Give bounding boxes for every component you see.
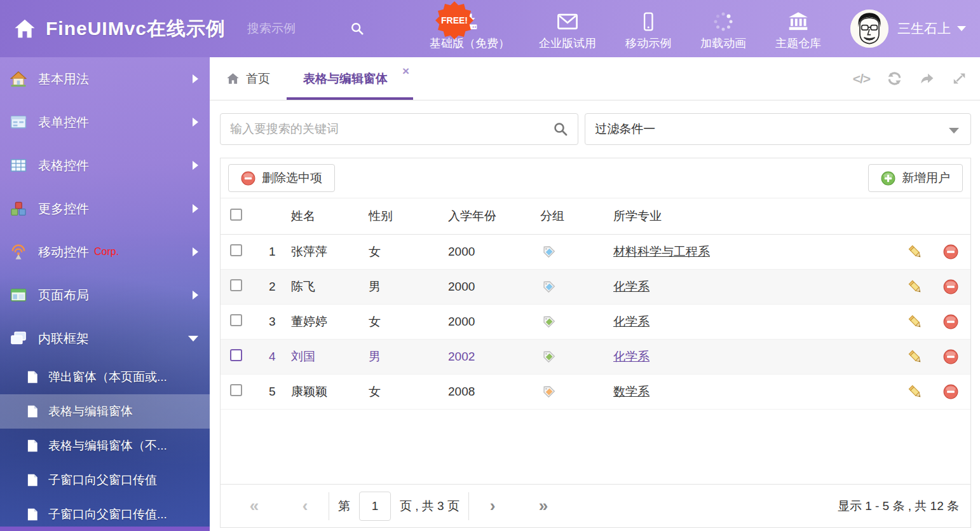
close-icon[interactable]: × (402, 65, 409, 77)
sidebar-item-mobile-controls[interactable]: 移动控件 Corp. (0, 230, 210, 273)
search-icon[interactable] (350, 22, 364, 36)
table-header-row: 姓名 性别 入学年份 分组 所学专业 (221, 198, 970, 235)
add-user-label: 新增用户 (902, 170, 950, 186)
last-page-button[interactable]: » (529, 496, 558, 516)
tab-tools: </> (836, 57, 980, 100)
delete-button[interactable] (931, 314, 970, 329)
table-row[interactable]: 4 刘国 男 2002 化学系 (221, 340, 970, 375)
sidebar-subitem-grid-edit-window[interactable]: 表格与编辑窗体 (0, 394, 210, 429)
table-row[interactable]: 3 董婷婷 女 2000 化学系 (221, 305, 970, 340)
tab-home[interactable]: 首页 (210, 57, 287, 100)
record-summary: 显示 1 - 5 条 , 共 12 条 (838, 498, 959, 514)
sidebar-subitem-popup-window[interactable]: 弹出窗体（本页面或... (0, 360, 210, 394)
sidebar-item-more-controls[interactable]: 更多控件 (0, 187, 210, 230)
expand-button[interactable] (951, 71, 967, 86)
sidebar-item-label: 表格控件 (38, 157, 89, 174)
keyword-search-input[interactable] (220, 113, 578, 145)
user-menu[interactable]: 三生石上 (850, 10, 966, 48)
row-index: 4 (260, 350, 285, 364)
view-source-button[interactable]: </> (853, 71, 870, 86)
edit-button[interactable] (899, 279, 931, 294)
next-page-button[interactable]: › (478, 496, 507, 516)
tab-grid-edit-window[interactable]: 表格与编辑窗体 × (287, 57, 413, 100)
cell-gender: 男 (363, 348, 442, 365)
major-link[interactable]: 材料科学与工程系 (613, 245, 710, 258)
header-name: 姓名 (285, 208, 363, 224)
sidebar-item-grid-controls[interactable]: 表格控件 (0, 144, 210, 187)
table-row[interactable]: 1 张萍萍 女 2000 材料科学与工程系 (221, 235, 970, 270)
filter-dropdown-value: 过滤条件一 (595, 121, 655, 137)
grid-panel: 删除选中项 新增用户 (220, 158, 971, 528)
row-checkbox[interactable] (230, 314, 242, 326)
sidebar-item-basic-usage[interactable]: 基本用法 (0, 57, 210, 100)
edit-button[interactable] (899, 384, 931, 399)
search-icon[interactable] (553, 121, 568, 137)
minus-circle-icon (241, 171, 255, 186)
row-checkbox[interactable] (230, 279, 242, 291)
delete-button[interactable] (931, 349, 970, 364)
row-checkbox[interactable] (230, 349, 242, 361)
app-window: FineUIMvc在线示例 FREE! 基础版（免费 (0, 0, 980, 531)
home-icon (226, 72, 240, 85)
nav-label: 加载动画 (700, 36, 746, 51)
tag-icon (534, 313, 608, 331)
prev-page-button[interactable]: ‹ (290, 496, 320, 516)
sidebar-subitem-grid-edit-window-2[interactable]: 表格与编辑窗体（不... (0, 429, 210, 463)
major-link[interactable]: 化学系 (613, 280, 650, 293)
nav-item-theme-repository[interactable]: 主题仓库 (775, 6, 821, 51)
major-link[interactable]: 数学系 (613, 385, 650, 398)
delete-button[interactable] (931, 384, 970, 399)
header-major: 所学专业 (608, 208, 899, 224)
row-checkbox[interactable] (230, 244, 242, 256)
refresh-icon (887, 71, 902, 86)
sidebar-subitem-label: 表格与编辑窗体 (48, 403, 133, 420)
nav-label: 主题仓库 (775, 36, 821, 51)
pencil-icon (908, 314, 923, 329)
header-search-input[interactable] (247, 22, 343, 36)
form-icon (10, 114, 27, 130)
first-page-button[interactable]: « (240, 496, 269, 516)
sidebar-subitem-label: 表格与编辑窗体（不... (48, 438, 167, 454)
minus-circle-icon (943, 279, 958, 294)
refresh-button[interactable] (887, 71, 902, 86)
sidebar-item-form-controls[interactable]: 表单控件 (0, 100, 210, 144)
sidebar-item-iframe[interactable]: 内联框架 (0, 317, 210, 360)
add-user-button[interactable]: 新增用户 (868, 164, 963, 192)
major-link[interactable]: 化学系 (613, 350, 650, 363)
chevron-right-icon (193, 247, 198, 256)
edit-button[interactable] (899, 314, 931, 329)
edit-button[interactable] (899, 349, 931, 364)
layout-icon (10, 287, 27, 303)
table-row[interactable]: 5 康颖颖 女 2008 数学系 (221, 375, 970, 410)
nav-item-loading-animations[interactable]: 加载动画 (700, 6, 746, 51)
cell-year: 2000 (442, 315, 534, 329)
nav-item-enterprise-trial[interactable]: 企业版试用 (539, 6, 596, 51)
home-icon[interactable] (14, 18, 36, 39)
page-number-input[interactable] (359, 492, 391, 521)
row-index: 1 (260, 245, 285, 259)
cell-year: 2000 (442, 280, 534, 294)
select-all-checkbox[interactable] (230, 209, 242, 221)
sidebar-item-page-layout[interactable]: 页面布局 (0, 273, 210, 317)
sidebar: 基本用法 表单控件 表格控件 (0, 57, 210, 531)
spinner-icon (713, 6, 733, 32)
delete-button[interactable] (931, 244, 970, 259)
share-icon (919, 71, 935, 86)
pencil-icon (908, 349, 923, 364)
row-checkbox[interactable] (230, 384, 242, 396)
nav-item-mobile-demo[interactable]: 移动示例 (625, 6, 671, 51)
delete-button[interactable] (931, 279, 970, 294)
filter-row: 过滤条件一 (220, 113, 971, 145)
table-row[interactable]: 2 陈飞 男 2000 化学系 (221, 270, 970, 305)
delete-selected-button[interactable]: 删除选中项 (228, 164, 335, 192)
share-button[interactable] (919, 71, 935, 86)
edit-button[interactable] (899, 244, 931, 259)
filter-dropdown[interactable]: 过滤条件一 (585, 113, 971, 145)
major-link[interactable]: 化学系 (613, 315, 650, 328)
sidebar-item-label: 内联框架 (38, 330, 89, 347)
file-icon (25, 370, 39, 384)
cell-year: 2000 (442, 245, 534, 259)
table-body: 1 张萍萍 女 2000 材料科学与工程系 (221, 235, 970, 410)
cubes-icon (10, 200, 27, 217)
sidebar-subitem-child-to-parent[interactable]: 子窗口向父窗口传值 (0, 463, 210, 497)
